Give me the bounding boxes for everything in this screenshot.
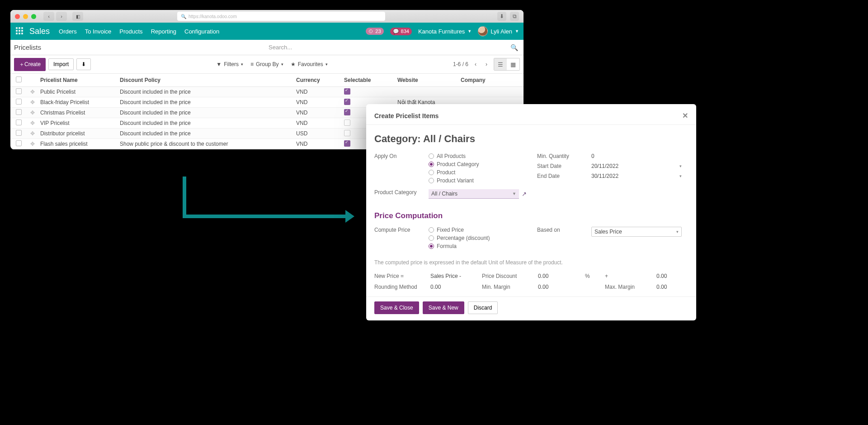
save-close-button[interactable]: Save & Close — [374, 301, 419, 314]
drag-handle-icon[interactable]: ✥ — [30, 120, 35, 126]
start-date-field[interactable]: 20/11/2022 ▾ — [591, 163, 682, 169]
create-button[interactable]: ＋Create — [14, 58, 46, 71]
discard-button[interactable]: Discard — [468, 301, 498, 314]
compute-grid: New Price = Sales Price - Price Discount… — [374, 273, 688, 290]
price-computation-heading: Price Computation — [374, 211, 688, 220]
apply-on-option[interactable]: Product Category — [429, 161, 533, 167]
col-policy[interactable]: Discount Policy — [120, 77, 296, 83]
plus-icon: ＋ — [19, 61, 24, 67]
min-margin-value[interactable]: 0.00 — [538, 284, 583, 290]
menu-orders[interactable]: Orders — [59, 28, 77, 35]
pager-next[interactable]: › — [483, 59, 490, 69]
selectable-checkbox[interactable] — [344, 130, 350, 136]
filters-label: Filters — [224, 61, 239, 67]
apply-on-option[interactable]: All Products — [429, 153, 533, 159]
selectable-checkbox[interactable] — [344, 109, 350, 115]
company-switcher[interactable]: Kanota Furnitures ▼ — [418, 28, 472, 35]
download-button[interactable]: ⬇ — [76, 58, 91, 70]
row-checkbox[interactable] — [16, 99, 22, 105]
sidebar-toggle-icon[interactable]: ◧ — [72, 12, 83, 21]
min-qty-value[interactable]: 0 — [591, 153, 688, 159]
row-checkbox[interactable] — [16, 130, 22, 136]
selectable-checkbox[interactable] — [344, 99, 350, 105]
apps-grid-icon[interactable] — [15, 26, 25, 36]
pager-prev[interactable]: ‹ — [472, 59, 479, 69]
plus-sign: + — [605, 273, 655, 279]
row-checkbox[interactable] — [16, 109, 22, 115]
groupby-dropdown[interactable]: ≡ Group By ▾ — [250, 61, 283, 67]
msg-count: 834 — [401, 29, 409, 34]
save-new-button[interactable]: Save & New — [423, 301, 464, 314]
product-category-select[interactable]: All / Chairs ▼ — [429, 189, 519, 199]
menu-reporting[interactable]: Reporting — [151, 28, 176, 35]
user-menu[interactable]: Lyli Alen ▼ — [478, 26, 519, 36]
based-on-select[interactable]: Sales Price ▾ — [591, 227, 682, 237]
menu-products[interactable]: Products — [119, 28, 142, 35]
start-date-value: 20/11/2022 — [591, 163, 618, 169]
col-name[interactable]: Pricelist Name — [38, 77, 120, 83]
apply-on-option[interactable]: Product Variant — [429, 177, 533, 184]
drag-handle-icon[interactable]: ✥ — [30, 89, 35, 95]
kanban-view-button[interactable]: ▦ — [507, 58, 519, 70]
drag-handle-icon[interactable]: ✥ — [30, 110, 35, 116]
close-window-icon[interactable] — [15, 14, 20, 19]
menu-configuration[interactable]: Configuration — [184, 28, 219, 35]
based-on-value: Sales Price — [594, 229, 622, 235]
rounding-value[interactable]: 0.00 — [430, 284, 480, 290]
row-checkbox[interactable] — [16, 119, 22, 125]
drag-handle-icon[interactable]: ✥ — [30, 130, 35, 137]
filters-dropdown[interactable]: ▼ Filters ▾ — [216, 61, 243, 67]
chevron-down-icon: ▾ — [676, 229, 679, 234]
tabs-icon[interactable]: ⧉ — [510, 12, 519, 21]
col-currency[interactable]: Currency — [296, 77, 344, 83]
row-checkbox[interactable] — [16, 88, 22, 94]
compute-price-option[interactable]: Percentage (discount) — [429, 235, 533, 241]
messages-badge[interactable]: 💬 834 — [390, 28, 412, 35]
drag-handle-icon[interactable]: ✥ — [30, 141, 35, 147]
radio-icon — [429, 162, 434, 167]
star-icon: ★ — [291, 61, 296, 67]
selectable-checkbox[interactable] — [344, 140, 350, 147]
compute-price-option[interactable]: Formula — [429, 243, 533, 249]
drag-handle-icon[interactable]: ✥ — [30, 99, 35, 105]
url-bar[interactable]: 🔍 https://kanota.odoo.com — [177, 12, 385, 21]
search-icon[interactable]: 🔍 — [510, 44, 518, 51]
col-website[interactable]: Website — [397, 77, 461, 83]
apply-on-option[interactable]: Product — [429, 169, 533, 176]
close-icon[interactable]: ✕ — [682, 111, 688, 120]
price-discount-value[interactable]: 0.00 — [538, 273, 583, 279]
col-company[interactable]: Company — [461, 77, 524, 83]
menu-to-invoice[interactable]: To Invoice — [85, 28, 112, 35]
favourites-dropdown[interactable]: ★ Favourites ▾ — [291, 61, 328, 67]
col-selectable[interactable]: Selectable — [344, 77, 397, 83]
list-view-button[interactable]: ☰ — [494, 58, 507, 70]
select-all-checkbox[interactable] — [16, 76, 22, 82]
percent-sign: % — [585, 273, 603, 279]
modal-header: Create Pricelist Items ✕ — [366, 104, 696, 124]
selectable-checkbox[interactable] — [344, 88, 350, 95]
import-button[interactable]: Import — [48, 58, 74, 70]
row-checkbox[interactable] — [16, 140, 22, 146]
extra-value[interactable]: 0.00 — [656, 273, 706, 279]
chevron-down-icon: ▾ — [241, 62, 243, 67]
maximize-window-icon[interactable] — [31, 14, 36, 19]
radio-icon — [429, 244, 434, 249]
forward-button[interactable]: › — [56, 12, 67, 21]
search-input[interactable] — [267, 42, 520, 53]
minimize-window-icon[interactable] — [23, 14, 28, 19]
external-link-icon[interactable]: ↗ — [522, 191, 527, 197]
max-margin-value[interactable]: 0.00 — [656, 284, 706, 290]
min-margin-label: Min. Margin — [482, 284, 536, 290]
end-date-field[interactable]: 30/11/2022 ▾ — [591, 173, 682, 179]
end-date-value: 30/11/2022 — [591, 173, 618, 179]
back-button[interactable]: ‹ — [43, 12, 54, 21]
cell-policy: Discount included in the price — [120, 99, 296, 105]
download-icon[interactable]: ⬇ — [497, 12, 506, 21]
selectable-checkbox[interactable] — [344, 119, 350, 126]
compute-price-option[interactable]: Fixed Price — [429, 227, 533, 233]
min-qty-label: Min. Quantity — [537, 153, 591, 159]
radio-icon — [429, 235, 434, 241]
cell-policy: Discount included in the price — [120, 120, 296, 126]
notifications-badge[interactable]: ⏲ 23 — [366, 28, 383, 35]
table-row[interactable]: ✥Public PricelistDiscount included in th… — [10, 87, 524, 97]
